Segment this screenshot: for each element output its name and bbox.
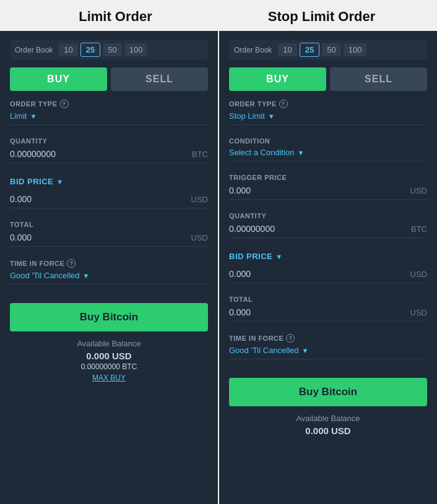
bid-price-unit-left: USD	[191, 195, 208, 204]
trigger-price-label-right: TRIGGER PRICE	[229, 174, 427, 181]
time-in-force-dropdown-right[interactable]: Good 'Til Cancelled ▼	[229, 344, 427, 359]
total-unit-left: USD	[191, 233, 208, 242]
max-buy-link-left[interactable]: MAX BUY	[10, 374, 208, 382]
ob-btn-10-left[interactable]: 10	[59, 43, 77, 56]
order-type-arrow-left: ▼	[30, 113, 37, 120]
time-in-force-arrow-right: ▼	[302, 347, 309, 354]
ob-btn-25-right[interactable]: 25	[300, 43, 319, 57]
order-type-arrow-right: ▼	[268, 113, 275, 120]
order-type-info-icon-left[interactable]: ?	[60, 100, 69, 108]
quantity-section-left: QUANTITY BTC	[10, 137, 208, 169]
bid-price-section-right: BID PRICE ▼ USD	[229, 250, 427, 289]
buy-button-left[interactable]: BUY	[10, 67, 107, 91]
available-balance-left: Available Balance 0.000 USD 0.00000000 B…	[10, 339, 208, 382]
total-section-right: TOTAL USD	[229, 296, 427, 328]
total-unit-right: USD	[410, 308, 427, 317]
buy-button-right[interactable]: BUY	[229, 67, 326, 91]
time-in-force-label-right: TIME IN FORCE ?	[229, 334, 427, 343]
total-input-row-left: USD	[10, 230, 208, 246]
total-input-right[interactable]	[229, 307, 368, 317]
bid-price-input-right[interactable]	[229, 269, 368, 279]
time-in-force-arrow-left: ▼	[83, 272, 90, 280]
condition-section-right: CONDITION Select a Condition ▼	[229, 137, 427, 168]
order-book-bar-left: Order Book 10 25 50 100	[10, 40, 208, 60]
order-type-label-right: ORDER TYPE ?	[229, 100, 427, 108]
trigger-price-input-row-right: USD	[229, 183, 427, 199]
ob-btn-10-right[interactable]: 10	[278, 43, 296, 56]
bid-price-arrow-left: ▼	[56, 178, 63, 186]
buy-bitcoin-button-left[interactable]: Buy Bitcoin	[10, 303, 208, 331]
quantity-unit-left: BTC	[192, 150, 208, 159]
condition-label-right: CONDITION	[229, 137, 427, 145]
avail-usd-right: 0.000 USD	[229, 425, 427, 436]
bid-price-label-left: BID PRICE ▼	[10, 176, 208, 190]
sell-button-right[interactable]: SELL	[330, 67, 427, 91]
condition-dropdown-right[interactable]: Select a Condition ▼	[229, 147, 427, 161]
quantity-input-left[interactable]	[10, 149, 149, 159]
ob-btn-50-right[interactable]: 50	[322, 43, 340, 56]
ob-btn-25-left[interactable]: 25	[80, 43, 100, 57]
bid-price-label-right: BID PRICE ▼	[229, 250, 427, 265]
quantity-section-right: QUANTITY BTC	[229, 212, 427, 244]
bid-price-section-left: BID PRICE ▼ USD	[10, 176, 208, 215]
total-label-right: TOTAL	[229, 296, 427, 303]
trigger-price-input-right[interactable]	[229, 186, 368, 195]
order-type-dropdown-right[interactable]: Stop Limit ▼	[229, 110, 427, 124]
sell-button-left[interactable]: SELL	[111, 67, 208, 91]
total-label-left: TOTAL	[10, 221, 208, 228]
bid-price-dropdown-left[interactable]: BID PRICE ▼	[10, 176, 64, 190]
quantity-input-right[interactable]	[229, 224, 368, 234]
bid-price-dropdown-right[interactable]: BID PRICE ▼	[229, 250, 283, 265]
total-section-left: TOTAL USD	[10, 221, 208, 253]
avail-btc-left: 0.00000000 BTC	[10, 362, 208, 371]
time-in-force-label-left: TIME IN FORCE ?	[10, 259, 208, 268]
total-input-left[interactable]	[10, 233, 149, 242]
time-in-force-dropdown-left[interactable]: Good 'Til Cancelled ▼	[10, 270, 208, 284]
trigger-price-unit-right: USD	[410, 186, 427, 195]
avail-balance-label-right: Available Balance	[229, 414, 427, 423]
bid-price-unit-right: USD	[410, 270, 427, 279]
bid-price-arrow-right: ▼	[275, 253, 282, 260]
right-panel-title: Stop Limit Order	[218, 9, 425, 25]
ob-btn-100-left[interactable]: 100	[124, 43, 148, 56]
time-in-force-section-right: TIME IN FORCE ? Good 'Til Cancelled ▼	[229, 334, 427, 365]
ob-btn-100-right[interactable]: 100	[344, 43, 367, 56]
order-type-label-left: ORDER TYPE ?	[10, 100, 208, 108]
quantity-unit-right: BTC	[411, 224, 427, 234]
time-in-force-section-left: TIME IN FORCE ? Good 'Til Cancelled ▼	[10, 259, 208, 291]
order-book-label-left: Order Book	[15, 46, 53, 54]
available-balance-right: Available Balance 0.000 USD	[229, 414, 427, 436]
bid-price-input-row-right: USD	[229, 267, 427, 283]
bid-price-input-left[interactable]	[10, 194, 149, 204]
avail-balance-label-left: Available Balance	[10, 339, 208, 348]
order-type-section-right: ORDER TYPE ? Stop Limit ▼	[229, 100, 427, 131]
ob-btn-50-left[interactable]: 50	[103, 43, 121, 56]
buy-sell-row-right: BUY SELL	[229, 67, 427, 91]
buy-sell-row-left: BUY SELL	[10, 67, 208, 91]
quantity-input-row-right: BTC	[229, 221, 427, 237]
total-input-row-right: USD	[229, 305, 427, 321]
order-type-info-icon-right[interactable]: ?	[279, 100, 288, 108]
quantity-label-right: QUANTITY	[229, 212, 427, 220]
quantity-label-left: QUANTITY	[10, 137, 208, 145]
time-in-force-info-icon-right[interactable]: ?	[286, 334, 295, 343]
trigger-price-section-right: TRIGGER PRICE USD	[229, 174, 427, 206]
left-panel-title: Limit Order	[12, 9, 218, 25]
order-type-section-left: ORDER TYPE ? Limit ▼	[10, 100, 208, 131]
buy-bitcoin-button-right[interactable]: Buy Bitcoin	[229, 378, 427, 406]
bid-price-input-row-left: USD	[10, 192, 208, 208]
stop-limit-order-panel: Order Book 10 25 50 100 BUY SELL ORDER T…	[219, 31, 437, 504]
condition-arrow-right: ▼	[298, 149, 305, 156]
avail-usd-left: 0.000 USD	[10, 351, 208, 361]
limit-order-panel: Order Book 10 25 50 100 BUY SELL ORDER T…	[0, 31, 218, 504]
quantity-input-row-left: BTC	[10, 147, 208, 163]
order-book-bar-right: Order Book 10 25 50 100	[229, 40, 427, 60]
order-book-label-right: Order Book	[234, 46, 272, 54]
order-type-dropdown-left[interactable]: Limit ▼	[10, 110, 208, 124]
time-in-force-info-icon-left[interactable]: ?	[67, 259, 76, 268]
